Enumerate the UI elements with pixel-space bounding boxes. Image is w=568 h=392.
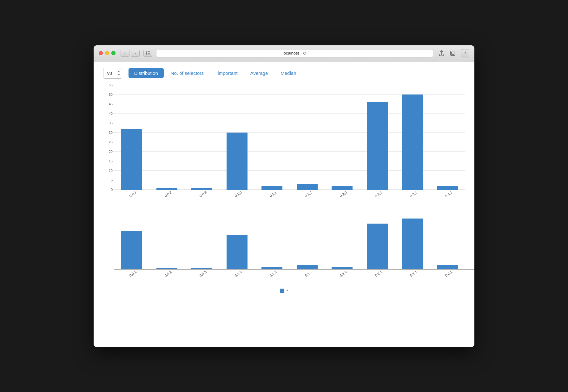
bar[interactable] bbox=[121, 129, 142, 190]
bar-group[interactable] bbox=[149, 85, 185, 190]
bar-group[interactable] bbox=[430, 85, 465, 190]
tab-distribution[interactable]: Distribution bbox=[129, 68, 164, 78]
svg-rect-5 bbox=[452, 52, 454, 55]
bar-group[interactable] bbox=[220, 85, 255, 190]
forward-button[interactable]: › bbox=[131, 50, 140, 57]
bar[interactable] bbox=[297, 184, 318, 190]
svg-rect-3 bbox=[148, 55, 150, 55]
back-icon: ‹ bbox=[124, 51, 126, 56]
chart2: 0,0,10,0,20,0,30,1,00,1,10,1,20,2,00,2,1… bbox=[103, 219, 465, 276]
tab-average[interactable]: Average bbox=[245, 68, 274, 78]
bar-group[interactable] bbox=[360, 85, 395, 190]
svg-rect-4 bbox=[451, 51, 455, 56]
bar[interactable] bbox=[297, 265, 318, 269]
close-button[interactable] bbox=[99, 51, 103, 55]
bar-group[interactable] bbox=[325, 85, 360, 190]
url-text: localhost bbox=[283, 51, 299, 56]
bar-group[interactable] bbox=[254, 219, 290, 269]
charts-container: 0510152025303540455055 0,0,10,0,20,0,30,… bbox=[103, 85, 465, 276]
title-bar: ‹ › localhost ↻ bbox=[94, 45, 474, 62]
chart2-x-labels: 0,0,10,0,20,0,30,1,00,1,10,1,20,2,00,2,1… bbox=[114, 272, 465, 276]
y-tick: 5 bbox=[111, 179, 113, 182]
bar[interactable] bbox=[121, 231, 142, 269]
content-area: v8 ▲ ▼ Distribution No. of selectors !im… bbox=[94, 62, 474, 347]
chart2-bars bbox=[114, 219, 465, 269]
version-label: v8 bbox=[103, 71, 116, 76]
new-tab-icon: + bbox=[464, 50, 467, 56]
chart1-bars bbox=[114, 85, 465, 190]
bar[interactable] bbox=[191, 188, 212, 190]
version-up-arrow[interactable]: ▲ bbox=[116, 69, 122, 73]
tab-median[interactable]: Median bbox=[275, 68, 302, 78]
url-bar-actions bbox=[437, 50, 457, 57]
bar[interactable] bbox=[402, 219, 423, 269]
bar[interactable] bbox=[261, 186, 282, 190]
legend-label: * bbox=[286, 289, 288, 293]
bar[interactable] bbox=[437, 265, 458, 269]
bar[interactable] bbox=[227, 235, 248, 269]
bar-group[interactable] bbox=[395, 219, 430, 269]
tab-overview-button[interactable] bbox=[448, 50, 457, 57]
chart2-y-axis bbox=[103, 219, 114, 269]
svg-rect-0 bbox=[146, 51, 147, 55]
bar-group[interactable] bbox=[290, 219, 325, 269]
version-arrows[interactable]: ▲ ▼ bbox=[116, 68, 122, 78]
chart1: 0510152025303540455055 0,0,10,0,20,0,30,… bbox=[103, 85, 465, 196]
svg-rect-1 bbox=[148, 51, 150, 52]
bar[interactable] bbox=[402, 95, 423, 190]
bar-group[interactable] bbox=[360, 219, 395, 269]
forward-icon: › bbox=[135, 51, 136, 56]
bar[interactable] bbox=[367, 102, 388, 190]
svg-rect-2 bbox=[148, 53, 150, 54]
reload-icon[interactable]: ↻ bbox=[303, 51, 307, 56]
new-tab-button[interactable]: + bbox=[461, 49, 469, 57]
version-select[interactable]: v8 ▲ ▼ bbox=[103, 68, 122, 79]
bar-group[interactable] bbox=[290, 85, 325, 190]
bar[interactable] bbox=[332, 186, 353, 190]
y-tick: 0 bbox=[111, 188, 113, 192]
url-bar[interactable]: localhost ↻ bbox=[156, 49, 433, 57]
chart1-y-axis: 0510152025303540455055 bbox=[103, 85, 114, 190]
bar-group[interactable] bbox=[220, 219, 255, 269]
y-tick: 55 bbox=[109, 83, 113, 87]
y-tick: 25 bbox=[109, 140, 113, 144]
back-button[interactable]: ‹ bbox=[121, 50, 129, 57]
maximize-button[interactable] bbox=[111, 51, 116, 55]
bar-group[interactable] bbox=[430, 219, 465, 269]
bar-group[interactable] bbox=[114, 219, 149, 269]
y-tick: 35 bbox=[109, 121, 113, 125]
share-button[interactable] bbox=[437, 50, 446, 57]
chart1-inner bbox=[114, 85, 465, 190]
bar-group[interactable] bbox=[184, 85, 220, 190]
bar[interactable] bbox=[332, 267, 353, 269]
bar-group[interactable] bbox=[114, 85, 149, 190]
bar-group[interactable] bbox=[184, 219, 220, 269]
bar[interactable] bbox=[191, 268, 212, 269]
sidebar-button[interactable] bbox=[143, 50, 152, 57]
bar[interactable] bbox=[261, 267, 282, 269]
chart2-inner bbox=[114, 219, 465, 269]
bar-group[interactable] bbox=[395, 85, 430, 190]
bar[interactable] bbox=[367, 224, 388, 269]
bar[interactable] bbox=[227, 133, 248, 190]
y-tick: 15 bbox=[109, 160, 113, 163]
toolbar: v8 ▲ ▼ Distribution No. of selectors !im… bbox=[103, 68, 465, 79]
tab-overview-icon bbox=[450, 51, 455, 56]
bar[interactable] bbox=[156, 268, 177, 269]
tab-important[interactable]: !important bbox=[211, 68, 243, 78]
traffic-lights bbox=[99, 51, 116, 55]
bar-group[interactable] bbox=[149, 219, 185, 269]
bar-group[interactable] bbox=[325, 219, 360, 269]
share-icon bbox=[439, 50, 444, 56]
bar[interactable] bbox=[437, 186, 458, 190]
y-tick: 50 bbox=[109, 93, 113, 96]
bar[interactable] bbox=[156, 188, 177, 190]
chart2-area bbox=[103, 219, 465, 269]
bar-group[interactable] bbox=[254, 85, 290, 190]
y-tick: 10 bbox=[109, 169, 113, 173]
minimize-button[interactable] bbox=[105, 51, 109, 55]
nav-buttons: ‹ › bbox=[121, 50, 140, 57]
chart1-x-labels: 0,0,10,0,20,0,30,1,00,1,10,1,20,2,00,2,1… bbox=[114, 193, 465, 196]
version-down-arrow[interactable]: ▼ bbox=[116, 73, 122, 77]
tab-selectors[interactable]: No. of selectors bbox=[165, 68, 209, 78]
